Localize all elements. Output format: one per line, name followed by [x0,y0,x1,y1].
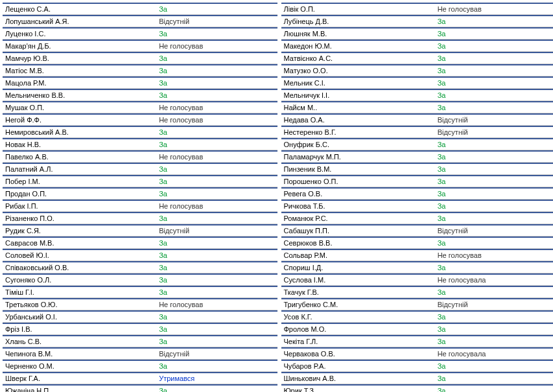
deputy-name: Павелко А.В. [3,153,156,161]
deputy-name: Романюк Р.С. [281,214,435,222]
deputy-name: Лопушанський А.Я. [3,17,156,25]
deputy-name: Макар'ян Д.Б. [3,42,156,50]
vote-value: За [156,362,277,370]
vote-value: Не голосував [156,104,277,111]
vote-value: За [156,264,277,271]
table-row: Недава О.А.Відсутній [281,113,554,126]
vote-value: Не голосував [156,42,277,50]
table-row: Ричкова Т.Б.За [281,200,554,212]
deputy-name: Рудик С.Я. [3,227,156,235]
deputy-name: Спориш І.Д. [281,264,435,271]
table-row: Юрик Т.З.За [281,384,554,392]
deputy-name: Суслова І.М. [281,276,435,284]
deputy-name: Паламарчук М.П. [281,153,435,161]
vote-value: За [156,5,277,13]
vote-value: За [435,153,553,161]
table-row: Порошенко О.П.За [281,175,554,187]
vote-value: За [435,67,553,75]
vote-value: За [156,67,277,75]
table-row: Ткачук Г.В.За [281,286,554,298]
vote-value: Відсутній [435,301,553,308]
vote-value: Не голосував [156,153,277,161]
vote-table: Лещенко С.А.ЗаЛопушанський А.Я.Відсутній… [3,3,553,392]
deputy-name: Пинзеник В.М. [281,165,435,173]
deputy-name: Мацола Р.М. [3,79,156,87]
vote-value: Не голосував [156,202,277,210]
vote-value: За [435,104,553,111]
table-row: Мацола Р.М.За [3,76,277,89]
vote-value: За [156,313,277,321]
table-row: Сольвар Р.М.Не голосував [281,249,554,261]
table-row: Немировський А.В.За [3,126,277,138]
table-row: Черненко О.М.За [3,360,277,372]
table-row: Матузко О.О.За [281,64,554,76]
table-row: Тригубенко С.М.Відсутній [281,298,554,310]
deputy-name: Сугоняко О.Л. [3,276,156,284]
table-row: Ревега О.В.За [281,187,554,200]
vote-value: Утримався [156,375,277,382]
table-row: Лопушанський А.Я.Відсутній [3,15,277,27]
deputy-name: Рибак І.П. [3,202,156,210]
table-row: Третьяков О.Ю.Не голосував [3,298,277,310]
table-row: Рудик С.Я.Відсутній [3,224,277,236]
deputy-name: Палатний А.Л. [3,165,156,173]
table-row: Негой Ф.Ф.Не голосував [3,113,277,126]
deputy-name: Тригубенко С.М. [281,301,435,308]
deputy-name: Хлань С.В. [3,338,156,345]
deputy-name: Продан О.П. [3,190,156,198]
table-row: Соловей Ю.І.За [3,249,277,261]
deputy-name: Порошенко О.П. [281,178,435,185]
table-row: Паламарчук М.П.За [281,150,554,163]
vote-value: За [156,165,277,173]
vote-value: За [435,141,553,148]
table-row: Лівік О.П.Не голосував [281,3,554,15]
table-row: Найєм М..За [281,101,554,113]
deputy-name: Матвієнко А.С. [281,54,435,62]
table-row: Усов К.Г.За [281,310,554,323]
deputy-name: Шверк Г.А. [3,375,156,382]
deputy-name: Побер І.М. [3,178,156,185]
table-row: Люшняк М.В.За [281,27,554,40]
table-row: Суслова І.М.Не голосувала [281,273,554,286]
vote-value: За [156,91,277,99]
vote-value: Відсутній [435,116,553,124]
vote-value: За [435,313,553,321]
vote-value: За [435,54,553,62]
table-row: Мушак О.П.Не голосував [3,101,277,113]
deputy-name: Луценко І.С. [3,30,156,38]
vote-value: За [156,325,277,333]
vote-value: За [156,251,277,259]
vote-value: За [435,17,553,25]
table-row: Сабашук П.П.Відсутній [281,224,554,236]
table-row: Чепинога В.М.Відсутній [3,347,277,360]
table-row: Тіміш Г.І.За [3,286,277,298]
table-row: Макар'ян Д.Б.Не голосував [3,40,277,52]
vote-value: За [435,325,553,333]
vote-value: Відсутній [435,227,553,235]
deputy-name: Нестеренко В.Г. [281,128,435,136]
vote-value: Відсутній [156,17,277,25]
table-row: Нестеренко В.Г.Відсутній [281,126,554,138]
table-row: Різаненко П.О.За [3,212,277,224]
table-row: Шинькович А.В.За [281,372,554,384]
table-row: Мельниченко В.В.За [3,89,277,101]
deputy-name: Фролов М.О. [281,325,435,333]
deputy-name: Урбанський О.І. [3,313,156,321]
table-row: Продан О.П.За [3,187,277,200]
deputy-name: Немировський А.В. [3,128,156,136]
vote-value: За [435,264,553,271]
deputy-name: Чекіта Г.Л. [281,338,435,345]
deputy-name: Мельник С.І. [281,79,435,87]
vote-value: За [156,239,277,247]
deputy-name: Македон Ю.М. [281,42,435,50]
table-row: Палатний А.Л.За [3,163,277,175]
vote-value: Не голосував [156,116,277,124]
deputy-name: Сабашук П.П. [281,227,435,235]
deputy-name: Третьяков О.Ю. [3,301,156,308]
deputy-name: Усов К.Г. [281,313,435,321]
deputy-name: Мельниченко В.В. [3,91,156,99]
vote-value: За [435,338,553,345]
vote-value: За [156,214,277,222]
table-row: Фролов М.О.За [281,323,554,335]
vote-value: Не голосував [435,251,553,259]
